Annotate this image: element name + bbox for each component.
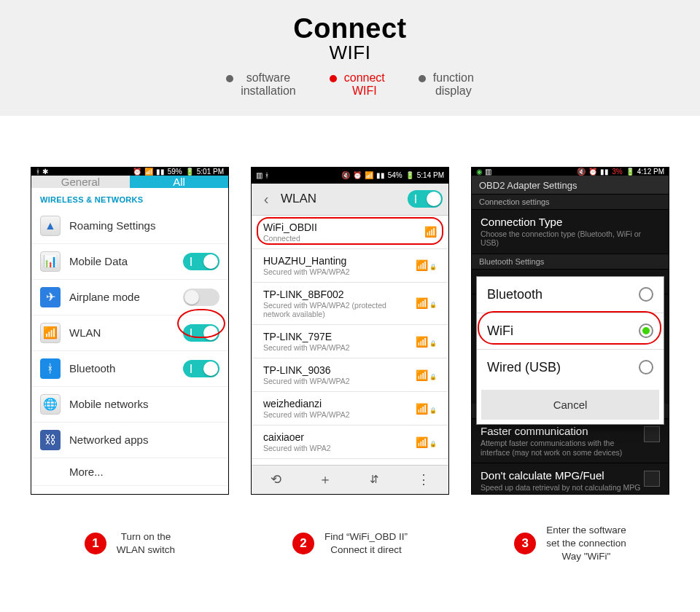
crumb-line: WIFI bbox=[352, 85, 377, 97]
hero-banner: Connect WIFI softwareinstallation connec… bbox=[0, 0, 700, 116]
network-name: WiFi_OBDII bbox=[263, 221, 417, 233]
refresh-button[interactable]: ⟲ bbox=[252, 466, 301, 494]
row-label: Mobile networks bbox=[69, 398, 219, 410]
add-network-button[interactable]: ＋ bbox=[301, 466, 351, 494]
step-badge: 3 bbox=[514, 533, 536, 554]
network-list: WiFi_OBDIIConnected 📶 HUAZHU_HantingSecu… bbox=[252, 216, 448, 465]
clock-text: 4:12 PM bbox=[637, 168, 664, 176]
wifi-icon: 📶 bbox=[365, 171, 373, 179]
network-item[interactable]: ChinaNet-LPcfSecured with WPA/WPA2 (prot… bbox=[252, 459, 448, 465]
back-icon[interactable]: ‹ bbox=[257, 191, 275, 208]
wifi-signal-icon: 📶🔒 bbox=[416, 436, 437, 448]
checkbox[interactable] bbox=[644, 426, 660, 442]
network-item[interactable]: TP-LINK_797ESecured with WPA/WPA2 📶🔒 bbox=[252, 325, 448, 358]
tabs: General All bbox=[31, 176, 228, 188]
tab-all[interactable]: All bbox=[130, 176, 228, 188]
row-title: Don't calculate MPG/Fuel bbox=[481, 469, 644, 482]
network-item[interactable]: caixiaoerSecured with WPA2 📶🔒 bbox=[252, 425, 448, 459]
toggle-mobile-data[interactable] bbox=[183, 253, 219, 270]
mute-icon: 🔇 bbox=[577, 168, 586, 176]
radio-button[interactable] bbox=[639, 287, 653, 302]
row-label: WLAN bbox=[69, 326, 174, 339]
option-label: WiFi bbox=[487, 323, 639, 339]
row-more[interactable]: More... bbox=[31, 458, 228, 486]
cancel-button[interactable]: Cancel bbox=[481, 390, 659, 420]
screenshot-3: ◉▥ 🔇 ⏰ ▮▮ 3% 🔋 4:12 PM OBD2 Adapter Sett… bbox=[471, 167, 669, 495]
wps-button[interactable]: ⇵ bbox=[350, 466, 400, 494]
row-label: Bluetooth bbox=[69, 362, 174, 374]
row-label: Airplane mode bbox=[69, 291, 174, 303]
radio-button[interactable] bbox=[639, 360, 653, 374]
header-title: WLAN bbox=[281, 192, 402, 206]
toggle-airplane[interactable] bbox=[183, 289, 219, 306]
app-icon: ◉ bbox=[476, 168, 483, 176]
wifi-signal-icon: 📶 bbox=[424, 226, 437, 238]
alarm-icon: ⏰ bbox=[353, 171, 362, 179]
radio-button[interactable] bbox=[639, 323, 653, 338]
row-desc: Speed up data retrieval by not calculati… bbox=[481, 483, 644, 495]
network-name: HUAZHU_Hanting bbox=[263, 255, 408, 267]
roaming-icon: ▲ bbox=[40, 216, 61, 236]
crumb-line: installation bbox=[241, 85, 296, 97]
crumb-line: function bbox=[433, 71, 474, 84]
toggle-wlan-master[interactable] bbox=[408, 190, 443, 208]
row-roaming[interactable]: ▲ Roaming Settings bbox=[31, 208, 228, 244]
row-mobile-data[interactable]: 📊 Mobile Data bbox=[31, 244, 228, 280]
lock-icon: 🔒 bbox=[429, 407, 437, 414]
menu-button[interactable]: ⋮ bbox=[400, 466, 449, 494]
network-status: Secured with WPA/WPA2 bbox=[263, 410, 408, 419]
crumb-software: softwareinstallation bbox=[226, 71, 296, 98]
battery-icon: 🔋 bbox=[626, 168, 634, 176]
network-item[interactable]: TP-LINK_9036Secured with WPA/WPA2 📶🔒 bbox=[252, 358, 448, 392]
refresh-icon: ⟲ bbox=[271, 471, 281, 487]
networked-apps-icon: ⛓ bbox=[40, 430, 61, 450]
mute-icon: 🔇 bbox=[341, 171, 350, 179]
row-dont-calc-mpg[interactable]: Don't calculate MPG/Fuel Speed up data r… bbox=[472, 463, 669, 495]
row-faster-comm[interactable]: Faster communication Attempt faster comm… bbox=[472, 419, 669, 463]
wlan-header: ‹ WLAN bbox=[252, 184, 448, 216]
tab-general[interactable]: General bbox=[31, 176, 130, 188]
row-label: Roaming Settings bbox=[69, 219, 219, 232]
wifi-signal-icon: 📶🔒 bbox=[416, 336, 437, 348]
bluetooth-icon: ᚼ bbox=[40, 358, 61, 379]
network-name: TP-LINK_797E bbox=[263, 331, 408, 342]
bluetooth-icon: ᚼ bbox=[36, 168, 40, 176]
network-item[interactable]: TP-LINK_8BF002Secured with WPA/WPA2 (pro… bbox=[252, 283, 448, 325]
step-badge: 2 bbox=[292, 533, 314, 554]
wifi-signal-icon: 📶🔒 bbox=[416, 259, 437, 271]
wps-icon: ⇵ bbox=[370, 473, 379, 486]
dot-icon bbox=[330, 75, 337, 82]
network-item[interactable]: weizhedianziSecured with WPA/WPA2 📶🔒 bbox=[252, 392, 448, 425]
screenshot-2: ▥ᚼ 🔇 ⏰ 📶 ▮▮ 54% 🔋 5:14 PM ‹ WLAN WiFi_OB… bbox=[251, 167, 449, 495]
row-wlan[interactable]: 📶 WLAN bbox=[31, 315, 228, 351]
row-title: Faster communication bbox=[481, 425, 644, 437]
option-label: Wired (USB) bbox=[487, 360, 639, 375]
network-wifi-obdii[interactable]: WiFi_OBDIIConnected 📶 bbox=[252, 216, 448, 249]
row-airplane[interactable]: ✈ Airplane mode bbox=[31, 280, 228, 315]
network-name: weizhedianzi bbox=[263, 398, 408, 409]
toggle-wlan[interactable] bbox=[183, 324, 219, 342]
notif-icon: ▥ bbox=[485, 168, 491, 176]
option-bluetooth[interactable]: Bluetooth bbox=[477, 277, 664, 313]
network-item[interactable]: HUAZHU_HantingSecured with WPA/WPA2 📶🔒 bbox=[252, 249, 448, 283]
app-icon: ▥ bbox=[256, 171, 262, 179]
status-bar: ▥ᚼ 🔇 ⏰ 📶 ▮▮ 54% 🔋 5:14 PM bbox=[252, 168, 448, 184]
row-networked-apps[interactable]: ⛓ Networked apps bbox=[31, 423, 228, 458]
option-label: Bluetooth bbox=[487, 287, 639, 302]
toggle-bluetooth[interactable] bbox=[183, 360, 219, 377]
wifi-icon: 📶 bbox=[144, 168, 153, 176]
clock-text: 5:01 PM bbox=[197, 168, 224, 176]
hero-subtitle: WIFI bbox=[0, 42, 700, 64]
signal-icon: ▮▮ bbox=[600, 168, 609, 176]
network-name: TP-LINK_8BF002 bbox=[263, 289, 408, 300]
row-mobile-networks[interactable]: 🌐 Mobile networks bbox=[31, 387, 228, 423]
option-wifi[interactable]: WiFi bbox=[477, 313, 664, 350]
step-badge: 1 bbox=[85, 533, 106, 554]
option-wired-usb[interactable]: Wired (USB) bbox=[477, 350, 664, 385]
row-title: Connection Type bbox=[481, 216, 660, 228]
section-device: DEVICE bbox=[31, 486, 228, 495]
row-bluetooth[interactable]: ᚼ Bluetooth bbox=[31, 351, 228, 387]
checkbox[interactable] bbox=[644, 471, 660, 487]
row-connection-type[interactable]: Connection Type Choose the connection ty… bbox=[472, 210, 669, 254]
status-bar: ◉▥ 🔇 ⏰ ▮▮ 3% 🔋 4:12 PM bbox=[472, 168, 669, 176]
